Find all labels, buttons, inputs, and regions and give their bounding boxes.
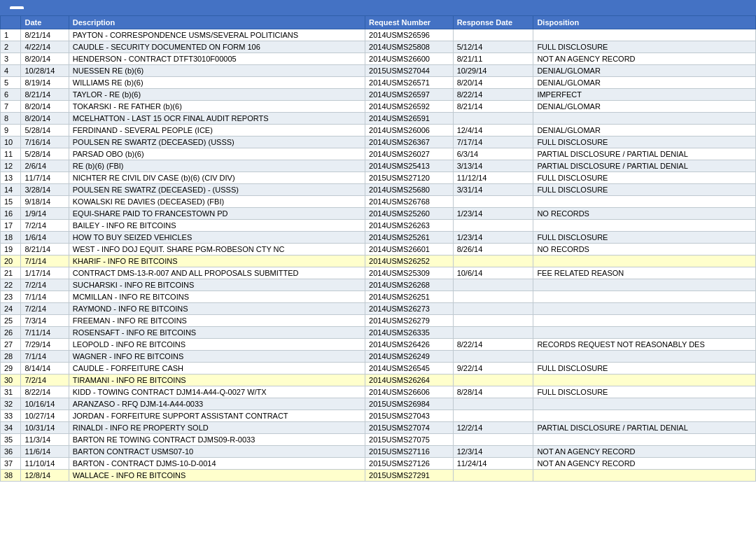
cell-date: 9/18/14 [21, 196, 69, 208]
cell-resp-date: 9/22/14 [453, 363, 533, 374]
cell-request: 2014USMS25808 [365, 41, 454, 53]
cell-date: 1/9/14 [21, 208, 69, 220]
cell-date: 7/1/14 [21, 291, 69, 303]
cell-request: 2014USMS25309 [365, 267, 454, 279]
table-row: 30 7/2/14 TIRAMANI - INFO RE BITCOINS 20… [1, 374, 756, 386]
cell-resp-date: 1/23/14 [453, 232, 533, 244]
cell-description: TAYLOR - RE (b)(6) [69, 89, 365, 101]
cell-description: CAUDLE - FORFEITURE CASH [69, 363, 365, 374]
cell-request: 2015USMS27120 [365, 172, 454, 184]
col-header-resp-date: Response Date [453, 16, 533, 29]
tab-foia-log[interactable] [10, 6, 24, 9]
cell-request: 2014USMS26279 [365, 315, 454, 327]
cell-date: 7/1/14 [21, 255, 69, 267]
cell-disposition [533, 220, 756, 232]
cell-date: 5/28/14 [21, 125, 69, 136]
table-row: 20 7/1/14 KHARIF - INFO RE BITCOINS 2014… [1, 255, 756, 267]
cell-request: 2014USMS25261 [365, 232, 454, 244]
cell-request: 2014USMS26006 [365, 125, 454, 136]
cell-resp-date: 8/21/11 [453, 53, 533, 65]
cell-description: RAYMOND - INFO RE BITCOINS [69, 303, 365, 315]
table-row: 12 2/6/14 RE (b)(6) (FBI) 2014USMS25413 … [1, 160, 756, 172]
cell-date: 10/16/14 [21, 398, 69, 410]
table-row: 13 11/7/14 NICHTER RE CIVIL DIV CASE (b)… [1, 172, 756, 184]
cell-request: 2014USMS26263 [365, 220, 454, 232]
cell-disposition [533, 470, 756, 482]
cell-date: 8/19/14 [21, 77, 69, 89]
col-header-date: Date [21, 16, 69, 29]
cell-description: KIDD - TOWING CONTRACT DJM14-A44-Q-0027 … [69, 386, 365, 398]
cell-resp-date: 8/22/14 [453, 339, 533, 351]
table-row: 15 9/18/14 KOWALSKI RE DAVIES (DECEASED)… [1, 196, 756, 208]
cell-row-num: 36 [1, 446, 21, 458]
cell-resp-date [453, 351, 533, 363]
cell-disposition: FULL DISCLOSURE [533, 41, 756, 53]
cell-row-num: 12 [1, 160, 21, 172]
col-header-disposition: Disposition [533, 16, 756, 29]
cell-request: 2015USMS26984 [365, 398, 454, 410]
cell-disposition: DENIAL/GLOMAR [533, 125, 756, 136]
cell-description: BARTON RE TOWING CONTRACT DJMS09-R-0033 [69, 434, 365, 446]
cell-resp-date: 5/12/14 [453, 41, 533, 53]
cell-disposition: DENIAL/GLOMAR [533, 101, 756, 113]
cell-date: 7/11/14 [21, 327, 69, 339]
top-bar [0, 0, 756, 15]
cell-description: PARSAD OBO (b)(6) [69, 148, 365, 160]
cell-date: 2/6/14 [21, 160, 69, 172]
table-row: 10 7/16/14 POULSEN RE SWARTZ (DECEASED) … [1, 136, 756, 148]
table-row: 38 12/8/14 WALLACE - INFO RE BITCOINS 20… [1, 470, 756, 482]
spreadsheet-container: Date Description Request Number Response… [0, 15, 756, 546]
cell-row-num: 21 [1, 267, 21, 279]
cell-description: NUESSEN RE (b)(6) [69, 65, 365, 77]
cell-disposition: NOT AN AGENCY RECORD [533, 458, 756, 470]
cell-request: 2014USMS25680 [365, 184, 454, 196]
cell-request: 2014USMS26273 [365, 303, 454, 315]
cell-resp-date [453, 255, 533, 267]
cell-request: 2014USMS26545 [365, 363, 454, 374]
cell-date: 11/7/14 [21, 172, 69, 184]
table-row: 1 8/21/14 PAYTON - CORRESPONDENCE USMS/S… [1, 29, 756, 41]
cell-resp-date [453, 410, 533, 422]
cell-request: 2015USMS27116 [365, 446, 454, 458]
cell-request: 2014USMS26367 [365, 136, 454, 148]
table-row: 32 10/16/14 ARANZASO - RFQ DJM-14-A44-00… [1, 398, 756, 410]
cell-row-num: 33 [1, 410, 21, 422]
cell-description: FERDINAND - SEVERAL PEOPLE (ICE) [69, 125, 365, 136]
table-row: 5 8/19/14 WILLIAMS RE (b)(6) 2014USMS265… [1, 77, 756, 89]
cell-row-num: 1 [1, 29, 21, 41]
cell-row-num: 25 [1, 315, 21, 327]
table-row: 34 10/31/14 RINALDI - INFO RE PROPERTY S… [1, 422, 756, 434]
cell-description: POULSEN RE SWATRZ (DECEASED) - (USSS) [69, 184, 365, 196]
cell-description: TIRAMANI - INFO RE BITCOINS [69, 374, 365, 386]
cell-description: WEST - INFO DOJ EQUIT. SHARE PGM-ROBESON… [69, 244, 365, 255]
cell-disposition: FULL DISCLOSURE [533, 136, 756, 148]
table-row: 24 7/2/14 RAYMOND - INFO RE BITCOINS 201… [1, 303, 756, 315]
cell-request: 2014USMS26596 [365, 29, 454, 41]
cell-date: 12/8/14 [21, 470, 69, 482]
table-row: 33 10/27/14 JORDAN - FORFEITURE SUPPORT … [1, 410, 756, 422]
cell-row-num: 4 [1, 65, 21, 77]
cell-row-num: 2 [1, 41, 21, 53]
cell-disposition [533, 410, 756, 422]
cell-row-num: 19 [1, 244, 21, 255]
cell-disposition [533, 398, 756, 410]
cell-resp-date: 8/28/14 [453, 386, 533, 398]
cell-resp-date [453, 374, 533, 386]
cell-date: 10/27/14 [21, 410, 69, 422]
table-row: 16 1/9/14 EQUI-SHARE PAID TO FRANCESTOWN… [1, 208, 756, 220]
cell-description: WAGNER - INFO RE BITCOINS [69, 351, 365, 363]
cell-row-num: 31 [1, 386, 21, 398]
cell-disposition: NO RECORDS [533, 208, 756, 220]
cell-resp-date: 7/17/14 [453, 136, 533, 148]
cell-resp-date: 11/24/14 [453, 458, 533, 470]
cell-date: 8/20/14 [21, 101, 69, 113]
cell-row-num: 8 [1, 113, 21, 125]
cell-request: 2014USMS26268 [365, 279, 454, 291]
cell-resp-date [453, 470, 533, 482]
cell-resp-date [453, 398, 533, 410]
cell-disposition: DENIAL/GLOMAR [533, 65, 756, 77]
cell-request: 2015USMS27126 [365, 458, 454, 470]
cell-disposition [533, 113, 756, 125]
cell-disposition [533, 374, 756, 386]
cell-date: 10/28/14 [21, 65, 69, 77]
